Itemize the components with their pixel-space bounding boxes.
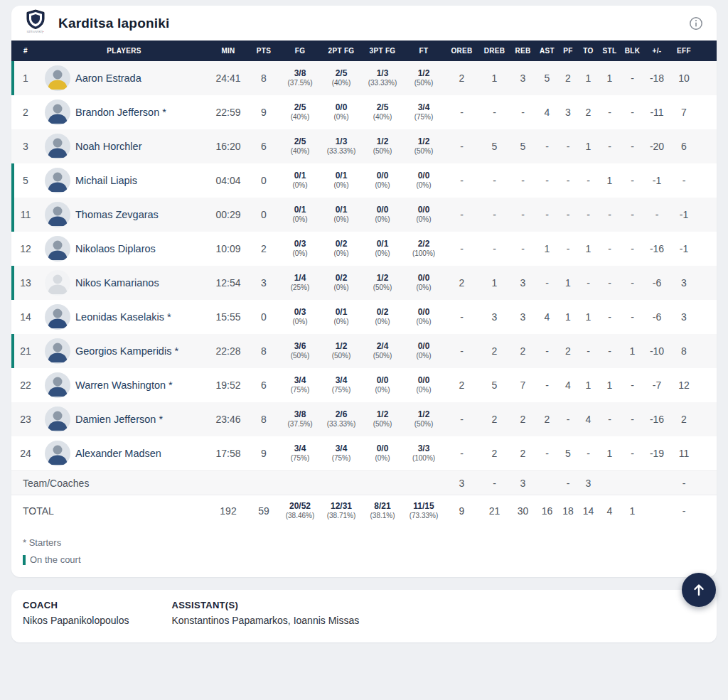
- stat-pts: 3: [248, 277, 279, 289]
- stat-stl: -: [599, 243, 621, 254]
- team-logo-shield: [26, 9, 45, 29]
- player-name[interactable]: Aaron Estrada: [75, 72, 141, 84]
- info-icon[interactable]: [688, 16, 704, 31]
- stat-3ptfg: 0/0(0%): [362, 171, 403, 189]
- stat-min: 22:59: [208, 107, 248, 118]
- player-number: 23: [11, 414, 40, 425]
- stat-eff: -1: [670, 209, 698, 220]
- stat-2ptfg: 0/1(0%): [321, 308, 362, 325]
- player-row[interactable]: 21 Georgios Kamperidis * 22:28 8 3/6(50%…: [11, 334, 717, 368]
- stat-fg: 0/1(0%): [279, 205, 321, 223]
- stat-ft: 3/3(100%): [403, 444, 444, 462]
- legend-on-court-label: On the court: [30, 554, 81, 565]
- stat-oreb: 2: [444, 72, 479, 84]
- stat-dreb: 5: [479, 379, 510, 391]
- stat-ft: 3/4(75%): [403, 103, 444, 121]
- player-avatar: [45, 99, 70, 125]
- col-header-plusminus: +/-: [644, 47, 670, 55]
- stat-3ptfg: 2/5(40%): [362, 103, 403, 121]
- stat-dreb: -: [479, 243, 510, 254]
- stat-3ptfg: 1/3(33.33%): [362, 69, 403, 87]
- col-header-reb: REB: [510, 47, 536, 55]
- col-header-2ptfg: 2PT FG: [321, 47, 362, 55]
- stat-plusminus: -1: [644, 175, 670, 186]
- team-coaches-label: Team/Coaches: [11, 478, 208, 489]
- stat-2ptfg: 0/1(0%): [321, 205, 362, 223]
- player-row[interactable]: 14 Leonidas Kaselakis * 15:55 0 0/3(0%) …: [11, 300, 717, 334]
- stat-reb: 3: [510, 72, 536, 84]
- stat-min: 04:04: [208, 175, 248, 186]
- stat-2ptfg: 0/0(0%): [321, 103, 362, 121]
- tc-eff: -: [670, 478, 698, 489]
- stat-pf: -: [558, 141, 578, 152]
- total-pf: 18: [558, 505, 578, 517]
- stat-oreb: -: [444, 345, 479, 357]
- player-row[interactable]: 3 Noah Horchler 16:20 6 2/5(40%) 1/3(33.…: [11, 129, 717, 163]
- stat-eff: 11: [670, 448, 698, 459]
- player-number: 12: [11, 243, 40, 254]
- player-name[interactable]: Leonidas Kaselakis: [75, 311, 164, 323]
- player-name[interactable]: Damien Jefferson: [75, 414, 156, 425]
- stat-oreb: -: [444, 209, 479, 220]
- total-label: TOTAL: [11, 505, 208, 517]
- player-row[interactable]: 22 Warren Washington * 19:52 6 3/4(75%) …: [11, 368, 717, 402]
- stat-min: 17:58: [208, 448, 248, 459]
- stat-fg: 2/5(40%): [279, 103, 321, 121]
- team-logo: ιαπωνικη·: [23, 9, 48, 38]
- stat-stl: -: [599, 277, 621, 289]
- player-name[interactable]: Georgios Kamperidis: [75, 345, 171, 357]
- stat-min: 22:28: [208, 345, 248, 357]
- stat-ft: 1/2(50%): [403, 410, 444, 428]
- stat-min: 00:29: [208, 209, 248, 220]
- coach-label: COACH: [23, 600, 129, 610]
- stat-plusminus: -7: [644, 379, 670, 391]
- player-row[interactable]: 13 Nikos Kamarianos 12:54 3 1/4(25%) 0/2…: [11, 266, 717, 300]
- stat-2ptfg: 0/2(0%): [321, 274, 362, 291]
- player-name[interactable]: Alexander Madsen: [75, 448, 161, 459]
- stat-fg: 3/6(50%): [279, 342, 321, 360]
- stat-ft: 0/0(0%): [403, 205, 444, 223]
- stat-oreb: -: [444, 243, 479, 254]
- stat-pf: 2: [558, 345, 578, 357]
- player-row[interactable]: 12 Nikolaos Diplaros 10:09 2 0/3(0%) 0/2…: [11, 232, 717, 266]
- stat-plusminus: -16: [644, 243, 670, 254]
- stat-plusminus: -6: [644, 277, 670, 289]
- player-row[interactable]: 24 Alexander Madsen 17:58 9 3/4(75%) 3/4…: [11, 436, 717, 470]
- player-name[interactable]: Nikolaos Diplaros: [75, 243, 156, 254]
- total-stl: 4: [599, 505, 621, 517]
- player-row[interactable]: 1 Aaron Estrada 24:41 8 3/8(37.5%) 2/5(4…: [11, 61, 717, 95]
- stat-reb: -: [510, 175, 536, 186]
- player-name[interactable]: Thomas Zevgaras: [75, 209, 159, 220]
- stat-stl: 1: [599, 448, 621, 459]
- coach-block: COACH Nikos Papanikolopoulos: [23, 600, 129, 632]
- stat-pf: -: [558, 243, 578, 254]
- stat-pf: 2: [558, 72, 578, 84]
- stat-pts: 9: [248, 107, 279, 118]
- player-row[interactable]: 23 Damien Jefferson * 23:46 8 3/8(37.5%)…: [11, 402, 717, 436]
- stat-dreb: 2: [479, 448, 510, 459]
- col-header-ft: FT: [403, 47, 444, 55]
- player-name[interactable]: Michail Liapis: [75, 175, 137, 186]
- player-avatar: [45, 338, 70, 364]
- player-row[interactable]: 5 Michail Liapis 04:04 0 0/1(0%) 0/1(0%)…: [11, 163, 717, 198]
- stat-stl: -: [599, 311, 621, 323]
- player-rows: 1 Aaron Estrada 24:41 8 3/8(37.5%) 2/5(4…: [11, 61, 717, 470]
- player-name[interactable]: Nikos Kamarianos: [75, 277, 159, 289]
- col-header-min: MIN: [208, 47, 248, 55]
- col-header-fg: FG: [279, 47, 321, 55]
- player-name[interactable]: Noah Horchler: [75, 141, 142, 152]
- total-2ptfg: 12/31(38.71%): [321, 502, 362, 519]
- stat-ast: -: [536, 379, 558, 391]
- stat-3ptfg: 1/2(50%): [362, 410, 403, 428]
- stat-2ptfg: 3/4(75%): [321, 376, 362, 394]
- stat-2ptfg: 1/2(50%): [321, 342, 362, 360]
- player-name[interactable]: Brandon Jefferson: [75, 107, 159, 118]
- player-avatar: [45, 236, 70, 262]
- player-name[interactable]: Warren Washington: [75, 379, 166, 391]
- scroll-to-top-button[interactable]: [682, 573, 716, 607]
- col-header-dreb: DREB: [479, 47, 510, 55]
- stat-reb: 3: [510, 277, 536, 289]
- player-row[interactable]: 11 Thomas Zevgaras 00:29 0 0/1(0%) 0/1(0…: [11, 198, 717, 232]
- stat-to: 2: [578, 107, 599, 118]
- player-row[interactable]: 2 Brandon Jefferson * 22:59 9 2/5(40%) 0…: [11, 95, 717, 129]
